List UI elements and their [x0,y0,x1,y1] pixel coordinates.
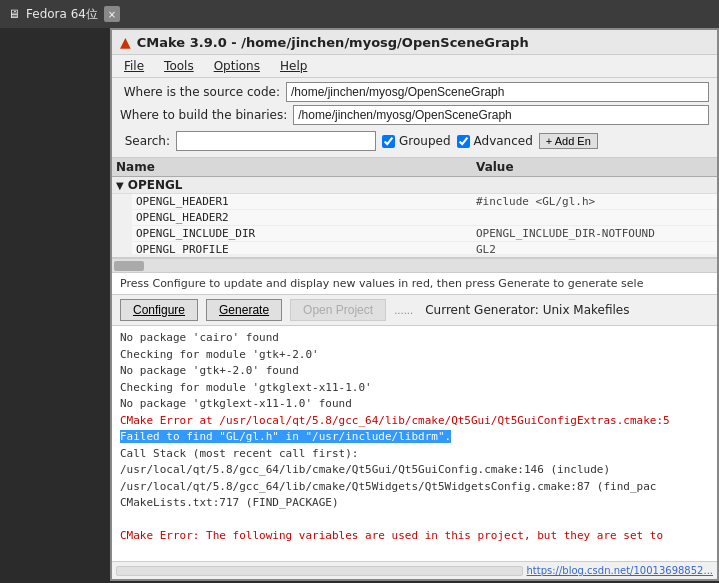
expand-icon: ▼ [116,180,124,191]
open-project-button: Open Project [290,299,386,321]
table-horizontal-scrollbar[interactable] [112,258,717,272]
generate-button[interactable]: Generate [206,299,282,321]
taskbar-close-button[interactable]: × [104,6,120,22]
cmake-window: ▲ CMake 3.9.0 - /home/jinchen/myosg/Open… [110,28,719,581]
tree-group-opengl[interactable]: ▼ OPENGL [112,177,717,194]
source-label: Where is the source code: [120,85,280,99]
status-text: Press Configure to update and display ne… [120,277,643,290]
generator-dots: ...... [394,305,413,316]
log-line: No package 'gtk+-2.0' found [120,363,709,380]
row-value: OPENGL_INCLUDE_DIR-NOTFOUND [476,227,713,240]
window-titlebar: ▲ CMake 3.9.0 - /home/jinchen/myosg/Open… [112,30,717,55]
advanced-checkbox-group: Advanced [457,134,533,148]
window-title: CMake 3.9.0 - /home/jinchen/myosg/OpenSc… [137,35,529,50]
row-name: OPENGL_INCLUDE_DIR [136,227,476,240]
advanced-checkbox[interactable] [457,135,470,148]
col-name-header: Name [116,160,476,174]
col-value-header: Value [476,160,713,174]
log-line [120,512,709,529]
configure-button[interactable]: Configure [120,299,198,321]
menu-help[interactable]: Help [272,57,315,75]
log-area: No package 'cairo' found Checking for mo… [112,326,717,561]
table-scroll[interactable]: ▼ OPENGL OPENGL_HEADER1 #include <GL/gl.… [112,177,717,254]
taskbar-icon: 🖥 [8,7,20,21]
taskbar-title: Fedora 64位 [26,6,98,23]
add-entry-label: + Add En [546,135,591,147]
log-line: Checking for module 'gtkglext-x11-1.0' [120,380,709,397]
row-name: OPENGL_PROFILE [136,243,476,254]
row-value: GL2 [476,243,713,254]
table-row: OPENGL_HEADER1 #include <GL/gl.h> [132,194,717,210]
generator-label: Current Generator: Unix Makefiles [425,303,629,317]
action-bar: Configure Generate Open Project ...... C… [112,295,717,326]
binaries-label: Where to build the binaries: [120,108,287,122]
search-row: Search: Grouped Advanced + Add En [120,128,709,153]
search-label: Search: [120,134,170,148]
grouped-checkbox-group: Grouped [382,134,451,148]
log-line: /usr/local/qt/5.8/gcc_64/lib/cmake/Qt5Gu… [120,462,709,479]
advanced-label: Advanced [474,134,533,148]
log-line: /usr/local/qt/5.8/gcc_64/lib/cmake/Qt5Wi… [120,479,709,496]
log-highlight-line: Failed to find "GL/gl.h" in "/usr/includ… [120,429,709,446]
add-entry-button[interactable]: + Add En [539,133,598,149]
log-error-line: CMake Error at /usr/local/qt/5.8/gcc_64/… [120,413,709,430]
scrollbar-thumb[interactable] [114,261,144,271]
table-row: OPENGL_PROFILE GL2 [132,242,717,254]
log-highlight-text: Failed to find "GL/gl.h" in "/usr/includ… [120,430,451,443]
table-row: OPENGL_INCLUDE_DIR OPENGL_INCLUDE_DIR-NO… [132,226,717,242]
bottom-horizontal-scrollbar[interactable] [116,566,523,576]
search-input[interactable] [176,131,376,151]
binaries-input[interactable] [293,105,709,125]
table-header: Name Value [112,158,717,177]
log-line: Call Stack (most recent call first): [120,446,709,463]
row-name: OPENGL_HEADER1 [136,195,476,208]
row-value: #include <GL/gl.h> [476,195,713,208]
log-line: No package 'cairo' found [120,330,709,347]
log-line: CMakeLists.txt:717 (FIND_PACKAGE) [120,495,709,512]
bottom-link[interactable]: https://blog.csdn.net/10013698852... [527,565,714,576]
menu-tools[interactable]: Tools [156,57,202,75]
grouped-checkbox[interactable] [382,135,395,148]
bottom-bar: https://blog.csdn.net/10013698852... [112,561,717,579]
menu-options[interactable]: Options [206,57,268,75]
table-area: Name Value ▼ OPENGL OPENGL_HEADER1 #incl… [112,158,717,258]
log-line: Checking for module 'gtk+-2.0' [120,347,709,364]
grouped-label: Grouped [399,134,451,148]
menu-file[interactable]: File [116,57,152,75]
log-error-line: CMake Error: The following variables are… [120,528,709,545]
log-scroll[interactable]: No package 'cairo' found Checking for mo… [120,330,709,557]
cmake-icon: ▲ [120,34,131,50]
table-row: OPENGL_HEADER2 [132,210,717,226]
form-area: Where is the source code: Where to build… [112,78,717,158]
row-name: OPENGL_HEADER2 [136,211,476,224]
source-row: Where is the source code: [120,82,709,102]
binaries-row: Where to build the binaries: [120,105,709,125]
group-name: OPENGL [128,178,183,192]
status-area: Press Configure to update and display ne… [112,272,717,295]
source-input[interactable] [286,82,709,102]
menubar: File Tools Options Help [112,55,717,78]
log-line: No package 'gtkglext-x11-1.0' found [120,396,709,413]
taskbar: 🖥 Fedora 64位 × [0,0,719,28]
